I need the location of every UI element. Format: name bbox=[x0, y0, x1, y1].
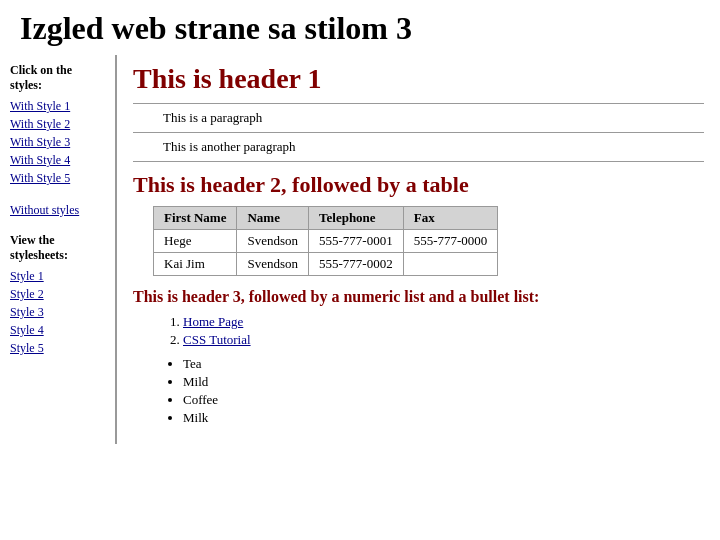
divider1 bbox=[133, 103, 704, 104]
sidebar-stylesheet3[interactable]: Style 3 bbox=[10, 303, 105, 321]
sidebar-link-style5[interactable]: With Style 5 bbox=[10, 169, 105, 187]
sidebar-link-style4[interactable]: With Style 4 bbox=[10, 151, 105, 169]
header3: This is header 3, followed by a numeric … bbox=[133, 288, 704, 306]
cell-telephone-1: 555-777-0001 bbox=[309, 230, 404, 253]
data-table: First Name Name Telephone Fax Hege Svend… bbox=[153, 206, 498, 276]
sidebar-click-label: Click on the styles: bbox=[10, 63, 105, 93]
sidebar-stylesheet1[interactable]: Style 1 bbox=[10, 267, 105, 285]
sidebar-stylesheet5[interactable]: Style 5 bbox=[10, 339, 105, 357]
cell-name-2: Svendson bbox=[237, 253, 309, 276]
divider3 bbox=[133, 161, 704, 162]
sidebar: Click on the styles: With Style 1 With S… bbox=[0, 55, 115, 444]
cell-firstname-1: Hege bbox=[154, 230, 237, 253]
cell-fax-1: 555-777-0000 bbox=[403, 230, 498, 253]
sidebar-stylesheet4[interactable]: Style 4 bbox=[10, 321, 105, 339]
list-item: Milk bbox=[183, 410, 704, 426]
header1: This is header 1 bbox=[133, 63, 704, 95]
list-item: Mild bbox=[183, 374, 704, 390]
sidebar-link-style2[interactable]: With Style 2 bbox=[10, 115, 105, 133]
paragraph1: This is a paragraph bbox=[163, 110, 704, 126]
col-firstname: First Name bbox=[154, 207, 237, 230]
list-item: Home Page bbox=[183, 314, 704, 330]
sidebar-view-label: View the stylesheets: bbox=[10, 233, 105, 263]
sidebar-stylesheet2[interactable]: Style 2 bbox=[10, 285, 105, 303]
col-telephone: Telephone bbox=[309, 207, 404, 230]
cell-telephone-2: 555-777-0002 bbox=[309, 253, 404, 276]
list-item: CSS Tutorial bbox=[183, 332, 704, 348]
divider2 bbox=[133, 132, 704, 133]
col-fax: Fax bbox=[403, 207, 498, 230]
sidebar-link-style3[interactable]: With Style 3 bbox=[10, 133, 105, 151]
css-tutorial-link[interactable]: CSS Tutorial bbox=[183, 332, 251, 347]
header2: This is header 2, followed by a table bbox=[133, 172, 704, 198]
cell-name-1: Svendson bbox=[237, 230, 309, 253]
table-row: Kai Jim Svendson 555-777-0002 bbox=[154, 253, 498, 276]
paragraph2: This is another paragraph bbox=[163, 139, 704, 155]
page-title: Izgled web strane sa stilom 3 bbox=[0, 0, 720, 55]
main-content: This is header 1 This is a paragraph Thi… bbox=[115, 55, 720, 444]
list-item: Coffee bbox=[183, 392, 704, 408]
list-item: Tea bbox=[183, 356, 704, 372]
cell-fax-2 bbox=[403, 253, 498, 276]
numeric-list: Home Page CSS Tutorial bbox=[183, 314, 704, 348]
sidebar-without-styles[interactable]: Without styles bbox=[10, 201, 105, 219]
sidebar-link-style1[interactable]: With Style 1 bbox=[10, 97, 105, 115]
cell-firstname-2: Kai Jim bbox=[154, 253, 237, 276]
table-row: Hege Svendson 555-777-0001 555-777-0000 bbox=[154, 230, 498, 253]
home-page-link[interactable]: Home Page bbox=[183, 314, 243, 329]
col-name: Name bbox=[237, 207, 309, 230]
bullet-list: Tea Mild Coffee Milk bbox=[183, 356, 704, 426]
table-header-row: First Name Name Telephone Fax bbox=[154, 207, 498, 230]
